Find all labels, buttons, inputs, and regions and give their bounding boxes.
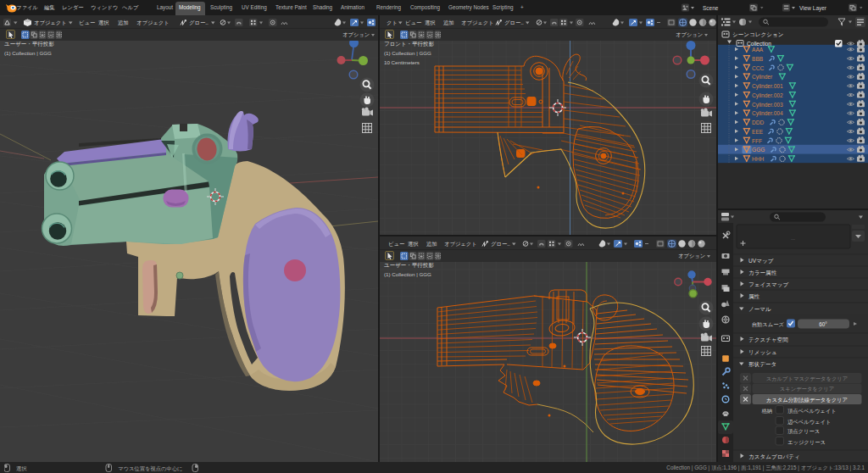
svg-text:選択: 選択 (16, 465, 27, 471)
svg-text:Cylinder: Cylinder (752, 74, 773, 81)
svg-text:ビュー: ビュー (388, 241, 404, 247)
svg-text:頂点ベベルウェイト: 頂点ベベルウェイト (787, 408, 837, 415)
svg-text:マウス位置を視点の中心に: マウス位置を視点の中心に (118, 465, 182, 472)
svg-text:オブジェクト: オブジェクト (34, 19, 67, 26)
svg-text:追加: 追加 (118, 19, 129, 25)
svg-text:エッジクリース: エッジクリース (787, 439, 826, 446)
svg-text:GGG: GGG (752, 147, 765, 153)
svg-text:オブジェクト: オブジェクト (461, 19, 494, 26)
svg-text:テクスチャ空間: テクスチャ空間 (748, 337, 788, 342)
svg-text:追加: 追加 (426, 241, 437, 247)
svg-text:フェイスマップ: フェイスマップ (748, 281, 788, 287)
svg-text:クト: クト (387, 19, 398, 25)
svg-text:ビュー: ビュー (405, 19, 421, 25)
svg-text:HHH: HHH (752, 156, 765, 162)
svg-text:UVマップ: UVマップ (748, 258, 774, 264)
svg-text:オブジェクト: オブジェクト (444, 241, 477, 248)
svg-text:Cylinder.003: Cylinder.003 (752, 102, 783, 109)
svg-text:60°: 60° (819, 321, 827, 327)
svg-text:FFF: FFF (752, 138, 762, 144)
svg-text:頂点クリース: 頂点クリース (787, 428, 820, 435)
svg-text:スキンデータをクリア: スキンデータをクリア (780, 386, 834, 392)
svg-text:グロー..: グロー.. (491, 241, 510, 247)
svg-text:属性: 属性 (748, 293, 760, 299)
svg-text:追加: 追加 (443, 19, 454, 25)
svg-text:選択: 選択 (408, 241, 419, 247)
svg-text:格納: 格納 (760, 408, 772, 415)
svg-text:ノーマル: ノーマル (748, 306, 771, 312)
svg-text:AAA: AAA (752, 47, 764, 53)
svg-text:選択: 選択 (425, 19, 436, 25)
svg-text:EEE: EEE (752, 129, 764, 135)
svg-text:シーンコレクション: シーンコレクション (732, 31, 784, 37)
svg-text:形状データ: 形状データ (748, 361, 776, 368)
svg-text:オブジェクト: オブジェクト (136, 19, 170, 26)
svg-text:ビュー: ビュー (79, 19, 95, 25)
svg-text:リメッシュ: リメッシュ (748, 349, 777, 355)
svg-text:DDD: DDD (752, 120, 765, 125)
svg-text:Cylinder.002: Cylinder.002 (752, 92, 783, 99)
svg-text:カスタムプロパティ: カスタムプロパティ (748, 454, 800, 460)
svg-text:スカルプトマスクデータをクリア: スカルプトマスクデータをクリア (766, 376, 849, 382)
svg-text:カスタム分割法線データをクリア: カスタム分割法線データをクリア (766, 397, 848, 403)
svg-text:Cylinder.001: Cylinder.001 (752, 83, 783, 90)
svg-text:...: ... (791, 236, 795, 241)
svg-text:BBB: BBB (752, 56, 764, 62)
svg-text:自動スムーズ: 自動スムーズ (752, 321, 785, 327)
svg-text:Scene: Scene (703, 5, 719, 11)
svg-text:選択: 選択 (98, 19, 109, 25)
svg-text:Cylinder.004: Cylinder.004 (752, 110, 783, 117)
svg-text:View Layer: View Layer (799, 5, 827, 12)
svg-text:グロー..: グロー.. (189, 19, 209, 25)
svg-text:グロー..: グロー.. (504, 19, 524, 25)
svg-text:カラー属性: カラー属性 (748, 270, 777, 276)
svg-text:Collection: Collection (747, 41, 771, 47)
svg-text:CCC: CCC (752, 65, 765, 71)
svg-text:辺ベベルウェイト: 辺ベベルウェイト (787, 419, 831, 425)
